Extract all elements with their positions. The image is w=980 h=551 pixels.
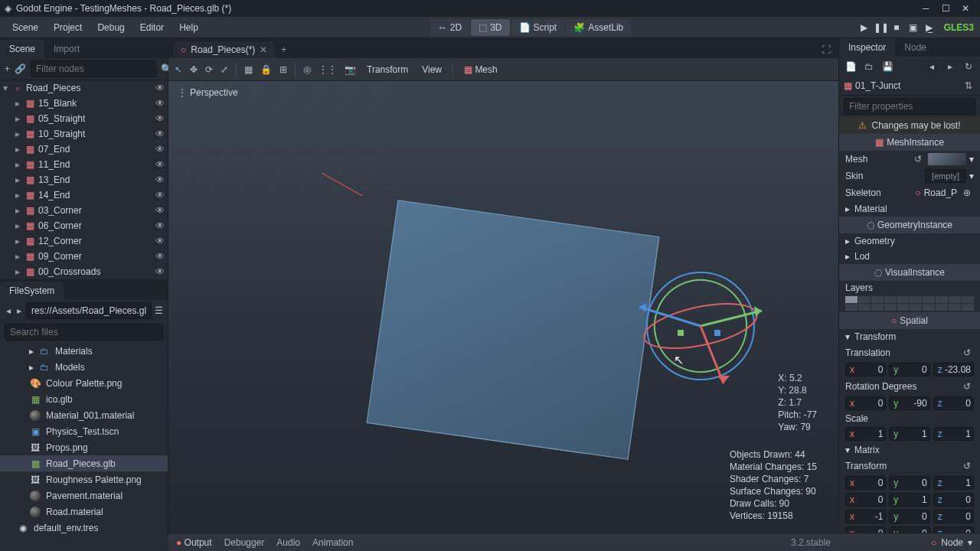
- matrix-row[interactable]: x0y0z1: [839, 474, 980, 491]
- scene-tab[interactable]: ○ Road_Pieces(*) ✕: [173, 41, 275, 58]
- tab-scene[interactable]: Scene: [0, 40, 44, 58]
- view-menu[interactable]: View: [419, 63, 445, 77]
- search-files-input[interactable]: [5, 324, 163, 341]
- visibility-icon[interactable]: 👁: [155, 266, 165, 277]
- visibility-icon[interactable]: 👁: [155, 83, 165, 93]
- tree-node[interactable]: ▸▦15_Blank👁: [0, 96, 168, 111]
- new-resource-icon[interactable]: 📄: [844, 60, 858, 73]
- fs-file[interactable]: Road.material: [0, 504, 168, 520]
- translation-fields[interactable]: x0 y0 z-23.08: [839, 361, 980, 378]
- bottom-animation[interactable]: Animation: [312, 537, 353, 548]
- fs-file[interactable]: 🖼Roughness Palette.png: [0, 471, 168, 487]
- play-scene-icon[interactable]: ▣: [906, 22, 920, 33]
- visibility-icon[interactable]: 👁: [155, 159, 165, 170]
- scene-tree[interactable]: ▾○ Road_Pieces 👁 ▸▦15_Blank👁 ▸▦05_Straig…: [0, 80, 168, 279]
- bottom-debugger[interactable]: Debugger: [224, 537, 265, 548]
- save-resource-icon[interactable]: 💾: [880, 60, 894, 73]
- snap-icon[interactable]: ▦: [244, 64, 253, 75]
- viewport-3d[interactable]: ⋮ Perspective ↖ X: 5.2Y: 28.8Z: 1.7 Pitc…: [168, 81, 838, 536]
- tree-node[interactable]: ▸▦00_Crossroads👁: [0, 264, 168, 279]
- section-lod[interactable]: ▸Lod: [839, 249, 980, 264]
- tab-node[interactable]: Node: [895, 38, 936, 57]
- rotate-tool-icon[interactable]: ⟳: [205, 64, 213, 75]
- tree-node[interactable]: ▸▦13_End👁: [0, 172, 168, 187]
- forward-icon[interactable]: ▸: [15, 304, 23, 318]
- menu-debug[interactable]: Debug: [91, 19, 130, 36]
- close-tab-icon[interactable]: ✕: [260, 44, 267, 55]
- scale-fields[interactable]: x1 y1 z1: [839, 425, 980, 442]
- section-matrix[interactable]: ▾Matrix: [839, 442, 980, 458]
- transform-menu[interactable]: Transform: [364, 63, 411, 77]
- fs-folder[interactable]: ▸🗀Materials: [0, 343, 168, 359]
- local-space-icon[interactable]: ◎: [303, 64, 311, 75]
- group-icon[interactable]: ⊞: [279, 64, 287, 75]
- tree-node[interactable]: ▸▦11_End👁: [0, 157, 168, 172]
- load-resource-icon[interactable]: 🗀: [862, 60, 876, 73]
- prop-skin[interactable]: Skin[empty]▾: [839, 168, 980, 184]
- matrix-row[interactable]: x-1y0z0: [839, 508, 980, 525]
- tree-node[interactable]: ▸▦06_Corner👁: [0, 218, 168, 233]
- fs-file-selected[interactable]: ▦Road_Pieces.glb: [0, 455, 168, 471]
- add-node-icon[interactable]: +: [5, 62, 10, 76]
- instance-icon[interactable]: 🔗: [15, 62, 26, 76]
- fs-file[interactable]: 🖼Props.png: [0, 439, 168, 455]
- visibility-icon[interactable]: 👁: [155, 205, 165, 216]
- mode-3d-button[interactable]: ⬚ 3D: [471, 19, 509, 36]
- mode-script-button[interactable]: 📄 Script: [511, 19, 565, 36]
- prop-mesh[interactable]: Mesh ↺ ▾: [839, 151, 980, 168]
- menu-editor[interactable]: Editor: [134, 19, 170, 36]
- select-tool-icon[interactable]: ↖: [175, 64, 182, 75]
- distraction-free-icon[interactable]: ⛶: [814, 41, 838, 58]
- matrix-row[interactable]: x0y1z0: [839, 491, 980, 508]
- revert-icon[interactable]: ↺: [960, 346, 974, 360]
- filter-nodes-input[interactable]: [31, 60, 156, 77]
- history-back-icon[interactable]: ◂: [925, 60, 939, 73]
- scale-tool-icon[interactable]: ⤢: [220, 64, 228, 75]
- section-transform[interactable]: ▾Transform: [839, 329, 980, 344]
- visibility-icon[interactable]: 👁: [155, 129, 165, 139]
- fs-file[interactable]: ▦ico.glb: [0, 391, 168, 407]
- stop-icon[interactable]: ■: [890, 22, 903, 33]
- assign-icon[interactable]: ⊕: [960, 186, 974, 200]
- rotation-fields[interactable]: x0 y-90 z0: [839, 395, 980, 412]
- revert-icon[interactable]: ↺: [960, 380, 974, 393]
- visibility-icon[interactable]: 👁: [155, 251, 165, 262]
- tab-filesystem[interactable]: FileSystem: [0, 282, 64, 300]
- view-mode-icon[interactable]: ☰: [155, 304, 163, 318]
- history-icon[interactable]: ↻: [962, 60, 975, 73]
- inspected-object[interactable]: ▦ 01_T-Junct ⇅: [839, 77, 980, 96]
- menu-project[interactable]: Project: [47, 19, 88, 36]
- tree-root[interactable]: ▾○ Road_Pieces 👁: [0, 80, 168, 96]
- mesh-thumbnail[interactable]: [928, 153, 966, 165]
- visibility-icon[interactable]: 👁: [155, 220, 165, 231]
- play-custom-icon[interactable]: ▶̲: [923, 22, 936, 33]
- fs-file[interactable]: 🎨Colour Palette.png: [0, 375, 168, 391]
- add-scene-tab[interactable]: +: [275, 41, 292, 58]
- chevron-down-icon[interactable]: ▾: [968, 537, 972, 548]
- bottom-output[interactable]: ● Output: [176, 537, 212, 548]
- section-material[interactable]: ▸Material: [839, 201, 980, 217]
- visibility-icon[interactable]: 👁: [155, 113, 165, 124]
- mode-2d-button[interactable]: ↔ 2D: [430, 19, 469, 36]
- move-tool-icon[interactable]: ✥: [190, 64, 198, 75]
- back-icon[interactable]: ◂: [5, 304, 12, 318]
- tree-node[interactable]: ▸▦10_Straight👁: [0, 126, 168, 142]
- tree-node[interactable]: ▸▦03_Corner👁: [0, 203, 168, 218]
- object-options-icon[interactable]: ⇅: [962, 79, 975, 93]
- mesh-menu[interactable]: ▦ Mesh: [461, 63, 501, 77]
- tree-node[interactable]: ▸▦14_End👁: [0, 187, 168, 203]
- tree-node[interactable]: ▸▦05_Straight👁: [0, 111, 168, 126]
- create-root[interactable]: ○ Node ▾: [838, 533, 980, 551]
- pause-icon[interactable]: ❚❚: [874, 22, 887, 33]
- play-icon[interactable]: ▶: [857, 22, 871, 33]
- chevron-down-icon[interactable]: ▾: [969, 154, 974, 165]
- snap-toggle-icon[interactable]: ⋮⋮: [318, 64, 337, 75]
- tree-node[interactable]: ▸▦12_Corner👁: [0, 233, 168, 249]
- perspective-label[interactable]: ⋮ Perspective: [178, 87, 238, 98]
- renderer-label[interactable]: GLES3: [944, 22, 974, 33]
- prop-skeleton[interactable]: Skeleton○Road_P⊕: [839, 184, 980, 201]
- bottom-audio[interactable]: Audio: [276, 537, 300, 548]
- mode-assetlib-button[interactable]: 🧩 AssetLib: [566, 19, 631, 36]
- revert-icon[interactable]: ↺: [911, 152, 925, 166]
- fs-folder[interactable]: ▸🗀Models: [0, 359, 168, 375]
